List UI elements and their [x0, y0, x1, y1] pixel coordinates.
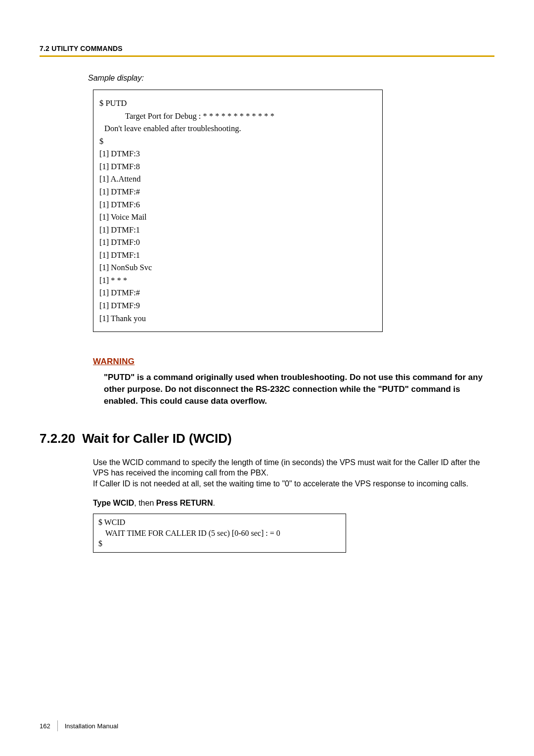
code-line: [1] DTMF:1 — [99, 224, 376, 236]
code-line: [1] DTMF:# — [99, 186, 376, 198]
warning-text: "PUTD" is a command originally used when… — [104, 372, 493, 407]
instruction-mid: , then — [134, 499, 156, 507]
footer-label: Installation Manual — [65, 722, 118, 730]
code-line: $ — [98, 538, 341, 549]
instruction-cmd: Type WCID — [93, 499, 134, 507]
page-number: 162 — [40, 722, 50, 730]
code-line: Don't leave enabled after troubleshootin… — [99, 122, 376, 135]
code-line: [1] Voice Mail — [99, 211, 376, 224]
code-line: Target Port for Debug : * * * * * * * * … — [99, 110, 376, 123]
section-title: Wait for Caller ID (WCID) — [82, 431, 231, 446]
section-header: 7.2 UTILITY COMMANDS — [40, 45, 494, 52]
code-line: [1] DTMF:6 — [99, 198, 376, 211]
instruction-action: Press RETURN — [156, 499, 213, 507]
code-line: [1] DTMF:1 — [99, 249, 376, 262]
footer-divider — [57, 720, 58, 731]
warning-title: WARNING — [93, 357, 493, 367]
code-line: $ WCID — [98, 517, 341, 528]
sample-code-box: $ PUTDTarget Port for Debug : * * * * * … — [93, 90, 383, 332]
code-line: [1] DTMF:3 — [99, 147, 376, 160]
code-line: [1] DTMF:9 — [99, 299, 376, 312]
sample-display-label: Sample display: — [88, 74, 494, 83]
body-paragraph: Use the WCID command to specify the leng… — [93, 457, 493, 489]
page: 7.2 UTILITY COMMANDS Sample display: $ P… — [0, 0, 534, 712]
code-line: [1] A.Attend — [99, 173, 376, 186]
instruction-line: Type WCID, then Press RETURN. — [93, 499, 494, 508]
code-line: [1] NonSub Svc — [99, 261, 376, 274]
section-heading: 7.2.20Wait for Caller ID (WCID) — [40, 431, 494, 446]
code-line: WAIT TIME FOR CALLER ID (5 sec) [0-60 se… — [98, 528, 341, 539]
code-line: [1] DTMF:# — [99, 286, 376, 299]
page-footer: 162 Installation Manual — [40, 720, 118, 731]
section-number: 7.2.20 — [40, 431, 75, 446]
instruction-end: . — [213, 499, 215, 507]
code-line: $ PUTD — [99, 97, 376, 110]
warning-block: WARNING "PUTD" is a command originally u… — [93, 357, 493, 407]
code-line: [1] DTMF:0 — [99, 236, 376, 249]
orange-rule — [40, 55, 494, 57]
code-line: [1] DTMF:8 — [99, 160, 376, 173]
code-line: $ — [99, 135, 376, 148]
code-line: [1] * * * — [99, 274, 376, 287]
code-line: [1] Thank you — [99, 312, 376, 325]
wcid-code-box: $ WCIDWAIT TIME FOR CALLER ID (5 sec) [0… — [93, 514, 346, 553]
